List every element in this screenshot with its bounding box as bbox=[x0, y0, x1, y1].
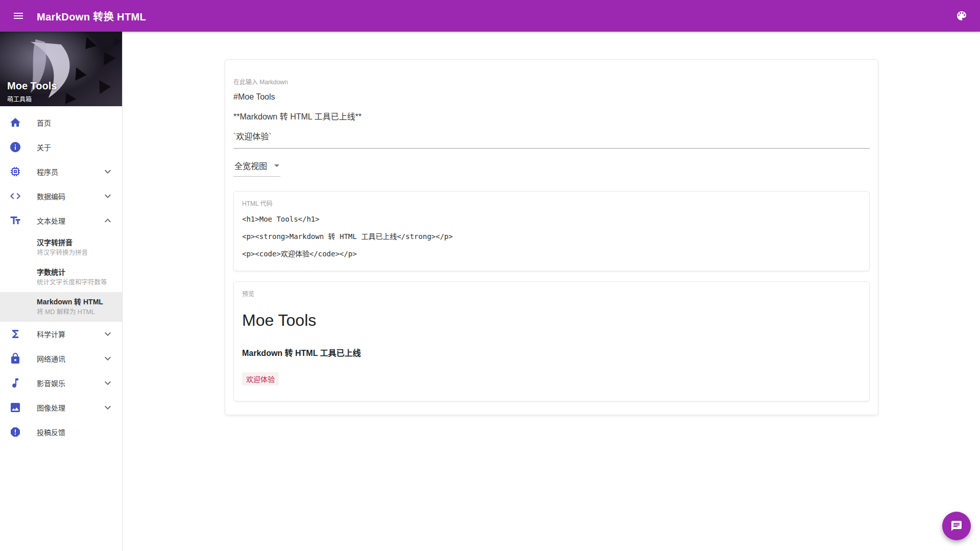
chevron-down-icon bbox=[102, 190, 114, 202]
sidebar-item-image-processing[interactable]: 图像处理 bbox=[0, 395, 122, 420]
markdown-tool-card: 在此输入 Markdown #Moe Tools **Markdown 转 HT… bbox=[225, 59, 878, 415]
theme-button[interactable] bbox=[951, 6, 972, 26]
preview-bold-text: Markdown 转 HTML 工具已上线 bbox=[242, 346, 861, 358]
sidebar-item-about[interactable]: 关于 bbox=[0, 135, 122, 159]
sidebar-banner-text: Moe Tools 萌工具箱 bbox=[7, 80, 57, 103]
chevron-down-icon bbox=[102, 401, 114, 414]
markdown-input-label: 在此输入 Markdown bbox=[233, 77, 870, 86]
appbar: MarkDown 转换 HTML bbox=[0, 0, 980, 32]
chevron-down-icon bbox=[102, 165, 114, 178]
sidebar-item-label: 科学计算 bbox=[37, 329, 102, 339]
page-title: MarkDown 转换 HTML bbox=[37, 9, 146, 23]
subitem-subtitle: 将 MD 解释为 HTML bbox=[37, 308, 114, 316]
sidebar-item-label: 网络通讯 bbox=[37, 353, 102, 364]
sidebar: Moe Tools 萌工具箱 首页 关于 程序员 bbox=[0, 32, 123, 551]
subitem-subtitle: 统计文字长度和字符数等 bbox=[37, 279, 114, 286]
hamburger-icon bbox=[12, 10, 25, 22]
markdown-line: #Moe Tools bbox=[233, 87, 870, 107]
music-note-icon bbox=[9, 377, 21, 389]
menu-button[interactable] bbox=[8, 6, 29, 26]
markdown-line: `欢迎体验` bbox=[233, 127, 870, 147]
sidebar-item-label: 数据编码 bbox=[37, 191, 102, 201]
sidebar-item-data-encoding[interactable]: 数据编码 bbox=[0, 184, 122, 208]
sidebar-item-label: 文本处理 bbox=[37, 215, 102, 226]
app-name: Moe Tools bbox=[7, 80, 57, 92]
main-content: 在此输入 Markdown #Moe Tools **Markdown 转 HT… bbox=[123, 32, 980, 551]
html-code-line: <p><strong>Markdown 转 HTML 工具已上线</strong… bbox=[242, 228, 861, 245]
sidebar-item-label: 程序员 bbox=[37, 166, 102, 177]
html-code-output[interactable]: <h1>Moe Tools</h1> <p><strong>Markdown 转… bbox=[242, 210, 861, 262]
preview-card: 预览 Moe Tools Markdown 转 HTML 工具已上线 欢迎体验 bbox=[233, 281, 870, 401]
preview-code-chip: 欢迎体验 bbox=[242, 372, 279, 386]
view-mode-select[interactable]: 全宽视图 bbox=[233, 157, 280, 177]
home-icon bbox=[9, 116, 21, 129]
sidebar-item-label: 图像处理 bbox=[37, 402, 102, 413]
chevron-up-icon bbox=[102, 214, 114, 227]
html-code-label: HTML 代码 bbox=[242, 199, 861, 207]
chevron-down-icon bbox=[102, 328, 114, 340]
app-subtitle: 萌工具箱 bbox=[7, 94, 57, 103]
sidebar-item-feedback[interactable]: 投稿反馈 bbox=[0, 420, 122, 444]
text-format-icon bbox=[9, 214, 21, 227]
chip-icon bbox=[9, 165, 21, 178]
preview-label: 预览 bbox=[242, 289, 861, 298]
lock-icon bbox=[9, 352, 21, 365]
subitem-title: 汉字转拼音 bbox=[37, 238, 114, 247]
sidebar-item-home[interactable]: 首页 bbox=[0, 110, 122, 135]
image-icon bbox=[9, 401, 21, 414]
chat-icon bbox=[950, 520, 963, 532]
report-icon bbox=[9, 426, 21, 438]
sidebar-banner-image: Moe Tools 萌工具箱 bbox=[0, 32, 122, 106]
chevron-down-icon bbox=[102, 377, 114, 389]
subitem-subtitle: 将汉字转换为拼音 bbox=[37, 249, 114, 257]
chat-fab-button[interactable] bbox=[942, 512, 971, 540]
sidebar-subitem-word-count[interactable]: 字数统计 统计文字长度和字符数等 bbox=[0, 262, 122, 292]
palette-icon bbox=[955, 10, 968, 22]
sidebar-nav: 首页 关于 程序员 数据编码 bbox=[0, 106, 122, 444]
code-icon bbox=[9, 190, 21, 202]
sidebar-item-media[interactable]: 影音娱乐 bbox=[0, 371, 122, 395]
info-icon bbox=[9, 141, 21, 153]
markdown-input-text[interactable]: #Moe Tools **Markdown 转 HTML 工具已上线** `欢迎… bbox=[233, 87, 870, 149]
sidebar-item-label: 投稿反馈 bbox=[37, 427, 114, 437]
html-code-card: HTML 代码 <h1>Moe Tools</h1> <p><strong>Ma… bbox=[233, 191, 870, 271]
chevron-down-icon bbox=[102, 352, 114, 365]
sidebar-item-label: 关于 bbox=[37, 142, 114, 152]
preview-heading: Moe Tools bbox=[242, 311, 861, 330]
sigma-icon bbox=[9, 328, 21, 340]
html-code-line: <p><code>欢迎体验</code></p> bbox=[242, 245, 861, 262]
sidebar-subitem-markdown-to-html[interactable]: Markdown 转 HTML 将 MD 解释为 HTML bbox=[0, 292, 122, 322]
subitem-title: Markdown 转 HTML bbox=[37, 298, 114, 306]
subitem-title: 字数统计 bbox=[37, 268, 114, 277]
html-code-line: <h1>Moe Tools</h1> bbox=[242, 210, 861, 228]
sidebar-item-label: 影音娱乐 bbox=[37, 378, 102, 388]
markdown-line: **Markdown 转 HTML 工具已上线** bbox=[233, 107, 870, 127]
sidebar-item-text-processing[interactable]: 文本处理 bbox=[0, 208, 122, 233]
sidebar-item-scientific-calc[interactable]: 科学计算 bbox=[0, 322, 122, 346]
sidebar-subitem-pinyin[interactable]: 汉字转拼音 将汉字转换为拼音 bbox=[0, 233, 122, 262]
view-mode-value: 全宽视图 bbox=[234, 159, 267, 172]
markdown-input-field[interactable]: 在此输入 Markdown #Moe Tools **Markdown 转 HT… bbox=[233, 68, 870, 149]
dropdown-arrow-icon bbox=[274, 164, 279, 167]
sidebar-item-network[interactable]: 网络通讯 bbox=[0, 346, 122, 371]
sidebar-item-label: 首页 bbox=[37, 117, 114, 128]
sidebar-item-programmer[interactable]: 程序员 bbox=[0, 159, 122, 184]
